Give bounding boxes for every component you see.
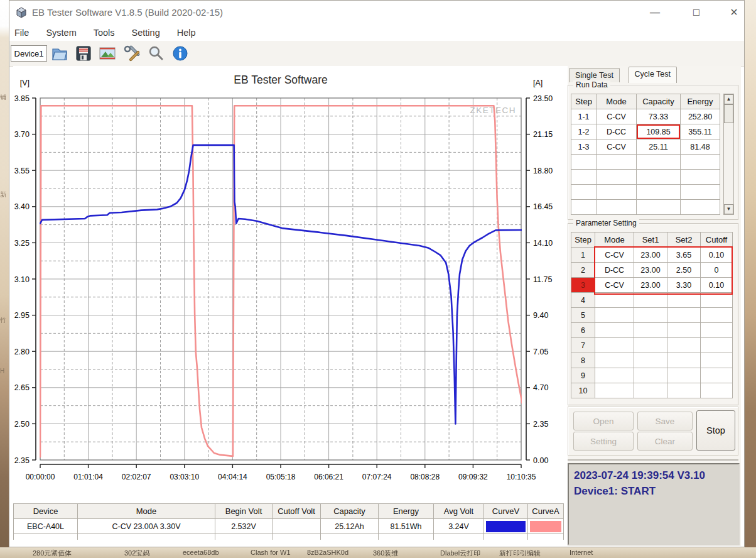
table-cell[interactable] xyxy=(634,338,667,353)
table-cell[interactable] xyxy=(634,383,667,398)
table-cell[interactable] xyxy=(595,383,634,398)
chart-plot[interactable]: 3.853.703.553.403.253.102.952.802.652.50… xyxy=(13,66,568,506)
table-cell[interactable] xyxy=(571,155,597,170)
open-file-icon[interactable] xyxy=(51,45,68,62)
table-cell[interactable]: 6 xyxy=(571,323,595,338)
table-cell[interactable] xyxy=(701,338,733,353)
table-cell[interactable]: 1-1 xyxy=(571,109,597,124)
table-cell[interactable] xyxy=(634,353,667,368)
curvev-swatch[interactable] xyxy=(486,521,526,532)
table-cell[interactable] xyxy=(667,383,701,398)
minimize-button[interactable]: — xyxy=(645,4,665,21)
table-cell[interactable] xyxy=(637,200,681,215)
menu-tools[interactable]: Tools xyxy=(94,28,115,38)
taskbar-item[interactable]: 360装维 xyxy=(373,549,398,558)
table-cell[interactable]: 7 xyxy=(571,338,595,353)
taskbar-item[interactable]: 8zB2aSHK0d xyxy=(307,549,348,556)
table-cell[interactable] xyxy=(637,155,681,170)
open-button[interactable]: Open xyxy=(573,412,634,430)
table-cell[interactable] xyxy=(528,519,564,534)
table-cell[interactable]: D-CC xyxy=(597,124,637,140)
tools-icon[interactable] xyxy=(123,45,141,62)
table-cell[interactable]: 73.33 xyxy=(637,109,681,124)
save-button[interactable]: Save xyxy=(637,412,693,430)
table-cell[interactable]: 23.00 xyxy=(634,263,667,278)
table-cell[interactable] xyxy=(681,155,720,170)
taskbar-item[interactable]: 280元紧值体 xyxy=(33,549,72,558)
table-cell[interactable] xyxy=(634,368,667,383)
table-cell[interactable] xyxy=(595,293,634,308)
table-cell[interactable] xyxy=(701,308,733,323)
stop-button[interactable]: Stop xyxy=(696,410,735,451)
table-cell[interactable] xyxy=(484,519,528,534)
table-cell[interactable] xyxy=(595,338,634,353)
menu-setting[interactable]: Setting xyxy=(132,28,160,38)
table-cell[interactable]: 0.10 xyxy=(701,278,733,293)
table-cell[interactable]: 3 xyxy=(571,278,595,293)
table-cell[interactable] xyxy=(597,155,637,170)
table-cell[interactable] xyxy=(637,170,681,185)
table-cell[interactable] xyxy=(667,368,701,383)
table-cell[interactable] xyxy=(597,170,637,185)
table-cell[interactable]: 1-2 xyxy=(571,124,597,140)
table-cell[interactable]: D-CC xyxy=(595,263,634,278)
maximize-button[interactable]: ☐ xyxy=(686,4,706,21)
table-cell[interactable] xyxy=(595,308,634,323)
table-cell[interactable] xyxy=(595,353,634,368)
table-cell[interactable]: 25.11 xyxy=(637,140,681,155)
table-cell[interactable] xyxy=(667,353,701,368)
table-cell[interactable] xyxy=(571,170,597,185)
table-cell[interactable] xyxy=(634,293,667,308)
table-cell[interactable]: C-CV xyxy=(595,278,634,293)
menu-help[interactable]: Help xyxy=(177,28,196,38)
table-cell[interactable]: 1 xyxy=(571,248,595,263)
table-cell[interactable] xyxy=(667,308,701,323)
table-cell[interactable] xyxy=(595,323,634,338)
table-cell[interactable] xyxy=(667,323,701,338)
table-cell[interactable]: 23.00 xyxy=(634,248,667,263)
table-cell[interactable] xyxy=(701,353,733,368)
table-cell[interactable]: 0 xyxy=(701,263,733,278)
table-cell[interactable]: 3.65 xyxy=(667,248,701,263)
zoom-icon[interactable] xyxy=(147,45,165,62)
table-cell[interactable] xyxy=(681,185,720,200)
menu-file[interactable]: File xyxy=(14,28,29,38)
about-info-icon[interactable] xyxy=(171,45,189,62)
table-cell[interactable] xyxy=(634,323,667,338)
table-cell[interactable] xyxy=(637,185,681,200)
scroll-down-icon[interactable]: ▼ xyxy=(724,204,733,214)
table-cell[interactable] xyxy=(701,368,733,383)
taskbar-item[interactable]: Dlabel云打印 xyxy=(440,549,480,558)
table-cell[interactable] xyxy=(571,200,597,215)
table-cell[interactable] xyxy=(634,308,667,323)
clear-button[interactable]: Clear xyxy=(637,432,693,451)
table-cell[interactable]: 4 xyxy=(571,293,595,308)
table-cell[interactable] xyxy=(681,170,720,185)
export-image-icon[interactable] xyxy=(99,45,116,62)
table-cell[interactable]: 2 xyxy=(571,263,595,278)
scroll-up-icon[interactable]: ▲ xyxy=(724,94,733,104)
table-cell[interactable]: 8 xyxy=(571,353,595,368)
table-cell[interactable]: 109.85 xyxy=(637,124,681,140)
table-cell[interactable]: 10 xyxy=(571,383,595,398)
table-cell[interactable]: 0.10 xyxy=(701,248,733,263)
table-cell[interactable]: C-CV xyxy=(597,140,637,155)
table-cell[interactable]: 252.80 xyxy=(681,109,720,124)
table-cell[interactable] xyxy=(595,368,634,383)
table-cell[interactable]: 1-3 xyxy=(571,140,597,155)
table-cell[interactable] xyxy=(681,200,720,215)
table-cell[interactable]: C-CV xyxy=(597,109,637,124)
table-cell[interactable]: 9 xyxy=(571,368,595,383)
table-cell[interactable]: 2.50 xyxy=(667,263,701,278)
taskbar-item[interactable]: 302宝妈 xyxy=(124,549,149,558)
run-data-scrollbar[interactable]: ▲ ▼ xyxy=(723,94,734,215)
table-cell[interactable] xyxy=(667,338,701,353)
save-icon[interactable] xyxy=(75,45,92,62)
table-cell[interactable]: 355.11 xyxy=(681,124,720,140)
device-tab[interactable]: Device1 xyxy=(11,45,47,62)
table-cell[interactable] xyxy=(667,293,701,308)
table-cell[interactable] xyxy=(701,323,733,338)
tab-cycle-test[interactable]: Cycle Test xyxy=(629,67,677,83)
scrollbar-thumb[interactable] xyxy=(724,104,733,123)
table-cell[interactable]: 3.30 xyxy=(667,278,701,293)
